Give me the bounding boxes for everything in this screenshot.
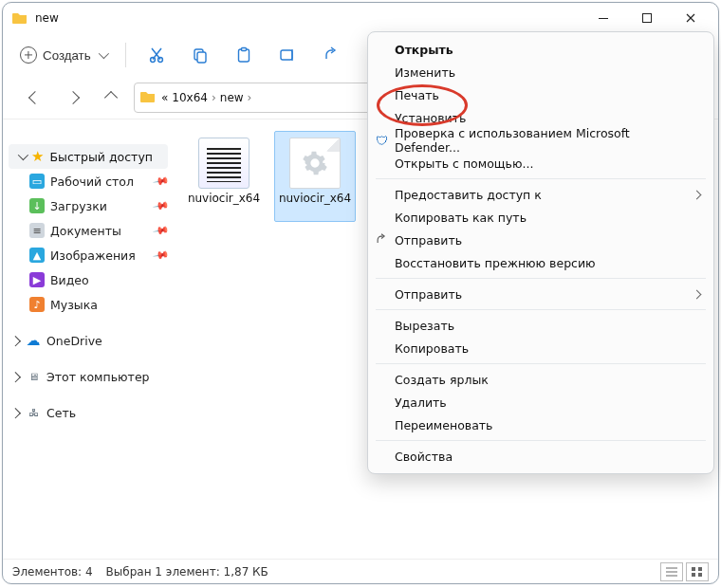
- title-bar: new: [3, 3, 718, 33]
- close-button[interactable]: [669, 3, 712, 33]
- star-icon: ★: [31, 148, 44, 165]
- ctx-open-with[interactable]: Открыть с помощью...: [368, 152, 713, 175]
- sidebar-item-documents[interactable]: ≡Документы📌: [3, 218, 174, 243]
- svg-rect-8: [281, 50, 292, 60]
- separator: [125, 43, 126, 67]
- forward-button[interactable]: [58, 83, 88, 113]
- sidebar-item-thispc[interactable]: 🖥Этот компьютер: [3, 364, 174, 389]
- ctx-rename[interactable]: Переименовать: [368, 413, 713, 436]
- view-details-button[interactable]: [660, 562, 683, 581]
- svg-rect-5: [197, 52, 206, 63]
- copy-button[interactable]: [181, 39, 219, 71]
- plus-icon: [20, 46, 37, 64]
- ctx-share[interactable]: Отправить: [368, 229, 713, 251]
- separator: [376, 363, 706, 364]
- chevron-right-icon: [10, 408, 21, 418]
- arrow-up-icon: [104, 91, 118, 104]
- shield-icon: 🛡: [374, 134, 389, 148]
- ctx-send-to[interactable]: Отправить: [368, 283, 713, 305]
- separator: [376, 178, 706, 179]
- document-icon: ≡: [29, 223, 45, 238]
- paste-button[interactable]: [225, 39, 263, 71]
- ctx-copy-path[interactable]: Копировать как путь: [368, 206, 713, 229]
- item-count: Элементов: 4: [12, 565, 93, 579]
- share-button[interactable]: [312, 39, 350, 71]
- ctx-cut[interactable]: Вырезать: [368, 314, 713, 337]
- arrow-left-icon: [28, 91, 42, 104]
- network-icon: 🖧: [26, 405, 41, 420]
- separator: [376, 440, 706, 441]
- ctx-properties[interactable]: Свойства: [368, 445, 713, 468]
- file-label: nuviocir_x64: [186, 193, 262, 205]
- explorer-window: new Создать « 10x64 › new: [2, 2, 719, 584]
- ctx-defender[interactable]: 🛡Проверка с использованием Microsoft Def…: [368, 129, 713, 152]
- ctx-share-access[interactable]: Предоставить доступ к: [368, 183, 713, 206]
- svg-rect-9: [692, 567, 695, 571]
- svg-rect-0: [599, 18, 608, 19]
- pin-icon: 📌: [153, 247, 171, 265]
- up-button[interactable]: [96, 83, 126, 113]
- arrow-right-icon: [66, 91, 80, 104]
- inf-file-icon: [289, 138, 341, 189]
- pin-icon: 📌: [153, 197, 171, 215]
- ctx-restore-prev[interactable]: Восстановить прежнюю версию: [368, 251, 713, 274]
- folder-icon: [140, 89, 156, 107]
- pin-icon: 📌: [153, 173, 171, 191]
- ctx-edit[interactable]: Изменить: [368, 61, 713, 83]
- status-bar: Элементов: 4 Выбран 1 элемент: 1,87 КБ: [3, 559, 718, 583]
- sidebar-item-desktop[interactable]: ▭Рабочий стол📌: [3, 169, 174, 193]
- minimize-button[interactable]: [582, 3, 625, 33]
- sidebar-item-pictures[interactable]: ▲Изображения📌: [3, 243, 174, 267]
- music-icon: ♪: [29, 297, 45, 312]
- context-menu: Открыть Изменить Печать Установить 🛡Пров…: [367, 31, 714, 474]
- pictures-icon: ▲: [29, 248, 45, 263]
- file-item[interactable]: nuviocir_x64: [183, 131, 265, 222]
- file-item[interactable]: nuviocir_x64: [274, 131, 356, 222]
- nav-pane: ★ Быстрый доступ ▭Рабочий стол📌 ↓Загрузк…: [3, 119, 174, 559]
- share-icon: [374, 233, 389, 247]
- pin-icon: 📌: [153, 222, 171, 240]
- sidebar-item-music[interactable]: ♪Музыка: [3, 292, 174, 317]
- selection-info: Выбран 1 элемент: 1,87 КБ: [106, 565, 268, 579]
- view-icons-button[interactable]: [686, 562, 709, 581]
- breadcrumb[interactable]: « 10x64 › new ›: [161, 91, 251, 104]
- cloud-icon: ☁: [26, 333, 41, 348]
- ctx-open[interactable]: Открыть: [368, 38, 713, 61]
- video-icon: ▶: [29, 272, 45, 287]
- ctx-print[interactable]: Печать: [368, 83, 713, 106]
- desktop-icon: ▭: [29, 174, 45, 189]
- sidebar-item-network[interactable]: 🖧Сеть: [3, 400, 174, 425]
- sidebar-item-onedrive[interactable]: ☁OneDrive: [3, 328, 174, 353]
- separator: [376, 309, 706, 310]
- svg-rect-12: [698, 573, 702, 577]
- new-button[interactable]: Создать: [12, 39, 114, 71]
- chevron-down-icon: [98, 48, 108, 59]
- window-title: new: [35, 11, 582, 25]
- ctx-delete[interactable]: Удалить: [368, 391, 713, 413]
- chevron-down-icon: [18, 150, 28, 160]
- chevron-right-icon: [10, 372, 21, 382]
- svg-rect-1: [643, 14, 652, 23]
- svg-rect-10: [698, 567, 702, 571]
- sidebar-item-videos[interactable]: ▶Видео: [3, 267, 174, 292]
- folder-icon: [12, 10, 28, 26]
- new-label: Создать: [43, 48, 91, 63]
- pc-icon: 🖥: [26, 369, 41, 384]
- ctx-shortcut[interactable]: Создать ярлык: [368, 368, 713, 391]
- sidebar-item-downloads[interactable]: ↓Загрузки📌: [3, 193, 174, 218]
- back-button[interactable]: [20, 83, 50, 113]
- svg-rect-7: [241, 48, 246, 51]
- cut-button[interactable]: [138, 39, 176, 71]
- download-icon: ↓: [29, 198, 45, 213]
- rename-button[interactable]: [268, 39, 306, 71]
- quick-access-header[interactable]: ★ Быстрый доступ: [9, 144, 168, 169]
- separator: [376, 278, 706, 279]
- file-label: nuviocir_x64: [277, 193, 353, 205]
- maximize-button[interactable]: [625, 3, 669, 33]
- svg-rect-11: [692, 573, 695, 577]
- chevron-right-icon: [10, 336, 21, 346]
- batch-file-icon: [198, 138, 250, 189]
- ctx-copy[interactable]: Копировать: [368, 337, 713, 359]
